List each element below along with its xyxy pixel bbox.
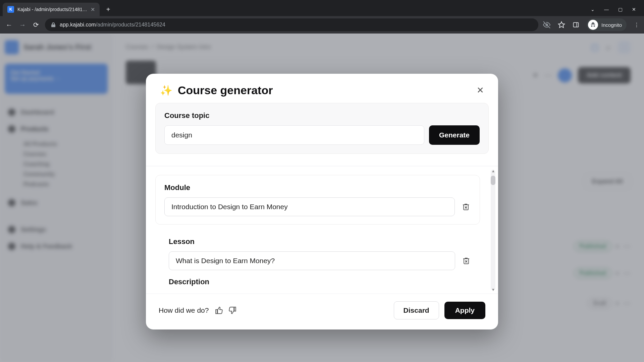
url-input[interactable]: app.kajabi.com/admin/products/2148145624 <box>45 18 538 31</box>
lesson-title-input[interactable] <box>169 251 455 270</box>
nav-forward-button[interactable]: → <box>18 21 27 29</box>
svg-marker-1 <box>558 22 565 27</box>
scrollbar-track[interactable] <box>491 170 495 290</box>
svg-rect-2 <box>574 22 579 27</box>
modal-close-button[interactable]: ✕ <box>477 85 484 96</box>
course-topic-label: Course topic <box>164 111 480 120</box>
scroll-up-icon[interactable]: ▲ <box>491 169 495 172</box>
new-tab-button[interactable]: + <box>102 6 114 13</box>
scrollbar-thumb[interactable] <box>491 176 495 185</box>
delete-module-button[interactable] <box>461 203 471 211</box>
course-topic-input[interactable] <box>164 125 424 145</box>
browser-menu-icon[interactable]: ⋮ <box>634 22 639 28</box>
window-maximize-icon[interactable]: ▢ <box>618 7 623 12</box>
tab-title: Kajabi - /admin/products/21481… <box>17 7 87 12</box>
nav-back-button[interactable]: ← <box>5 21 13 29</box>
nav-reload-button[interactable]: ⟳ <box>32 21 40 29</box>
apply-button[interactable]: Apply <box>444 302 485 319</box>
discard-button[interactable]: Discard <box>394 301 439 319</box>
thumbs-down-button[interactable] <box>228 306 237 315</box>
delete-lesson-button[interactable] <box>461 257 471 265</box>
module-title-input[interactable] <box>164 197 455 216</box>
incognito-label: Incognito <box>601 22 622 28</box>
side-panel-icon[interactable] <box>573 21 579 28</box>
tab-search-icon[interactable]: ⌄ <box>591 7 595 12</box>
lock-icon <box>51 22 56 27</box>
window-minimize-icon[interactable]: ― <box>604 7 609 12</box>
url-text: app.kajabi.com/admin/products/2148145624 <box>60 22 165 28</box>
lesson-label: Lesson <box>169 237 471 246</box>
window-controls: ⌄ ― ▢ ✕ <box>591 7 641 12</box>
module-card: Module <box>155 175 480 225</box>
tab-close-icon[interactable]: ✕ <box>91 6 95 13</box>
course-generator-modal: ✨ Course generator ✕ Course topic Genera… <box>146 74 498 329</box>
modal-footer: How did we do? Discard Apply <box>146 294 498 329</box>
window-close-icon[interactable]: ✕ <box>632 7 636 12</box>
eye-off-icon[interactable] <box>543 21 550 28</box>
feedback-prompt: How did we do? <box>159 306 209 314</box>
browser-tab[interactable]: K Kajabi - /admin/products/21481… ✕ <box>3 3 100 16</box>
course-topic-section: Course topic Generate <box>155 103 489 154</box>
modal-title: Course generator <box>178 84 273 97</box>
tab-favicon-icon: K <box>7 6 14 13</box>
browser-tab-bar: K Kajabi - /admin/products/21481… ✕ + ⌄ … <box>0 0 644 16</box>
incognito-indicator[interactable]: Incognito <box>587 18 627 31</box>
scroll-down-icon[interactable]: ▼ <box>491 288 495 291</box>
incognito-avatar-icon <box>588 20 598 30</box>
generate-button[interactable]: Generate <box>429 125 480 145</box>
thumbs-up-button[interactable] <box>215 306 223 315</box>
modal-overlay: ✨ Course generator ✕ Course topic Genera… <box>0 34 644 362</box>
generated-content-scroll: ▲ ▼ Module Lesson <box>146 166 498 294</box>
browser-address-bar: ← → ⟳ app.kajabi.com/admin/products/2148… <box>0 16 644 34</box>
bookmark-star-icon[interactable] <box>558 21 565 28</box>
lesson-card: Lesson <box>155 231 480 270</box>
description-label: Description <box>155 278 489 286</box>
module-label: Module <box>164 183 471 192</box>
sparkle-icon: ✨ <box>160 84 172 96</box>
